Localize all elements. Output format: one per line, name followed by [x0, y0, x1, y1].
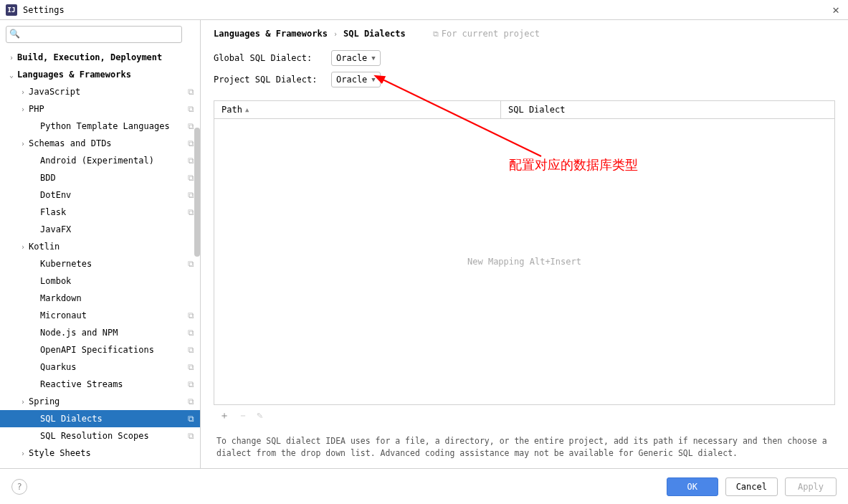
sidebar-item[interactable]: ⌄Languages & Frameworks	[0, 66, 200, 83]
copy-icon: ⧉	[188, 396, 194, 406]
copy-icon: ⧉	[188, 379, 194, 389]
column-header-dialect[interactable]: SQL Dialect	[501, 101, 834, 118]
sidebar-item-label: SQL Dialects	[40, 414, 188, 424]
empty-hint: New Mapping Alt+Insert	[467, 257, 581, 267]
project-dialect-dropdown[interactable]: Oracle ▼	[331, 72, 381, 87]
add-button[interactable]: ＋	[219, 409, 229, 422]
column-path-label: Path	[221, 105, 242, 115]
chevron-right-icon: ›	[19, 243, 27, 251]
search-input[interactable]	[6, 26, 182, 43]
chevron-down-icon: ▼	[371, 54, 375, 62]
copy-icon: ⧉	[188, 259, 194, 269]
table-empty-state[interactable]: New Mapping Alt+Insert	[214, 119, 834, 404]
sidebar-item-label: JavaScript	[29, 87, 188, 97]
copy-icon: ⧉	[188, 190, 194, 200]
copy-icon: ⧉	[433, 29, 439, 39]
sidebar-item-label: BDD	[40, 173, 188, 183]
sidebar-item[interactable]: ›Flask⧉	[0, 204, 200, 221]
sidebar-item[interactable]: ›OpenAPI Specifications⧉	[0, 341, 200, 358]
dialect-mapping-table: Path ▲ SQL Dialect New Mapping Alt+Inser…	[214, 100, 835, 405]
breadcrumb-root: Languages & Frameworks	[214, 29, 328, 39]
copy-icon: ⧉	[188, 138, 194, 148]
copy-icon: ⧉	[188, 173, 194, 183]
copy-icon: ⧉	[188, 362, 194, 372]
copy-icon: ⧉	[188, 310, 194, 320]
settings-tree[interactable]: ›Build, Execution, Deployment⌄Languages …	[0, 49, 200, 468]
sidebar-item-label: Android (Experimental)	[40, 156, 188, 166]
sidebar-item[interactable]: ›Kotlin	[0, 238, 200, 255]
sidebar-item[interactable]: ›Python Template Languages⧉	[0, 118, 200, 135]
main-panel: Languages & Frameworks › SQL Dialects ⧉ …	[201, 20, 848, 468]
close-icon[interactable]: ✕	[829, 3, 842, 16]
cancel-button[interactable]: Cancel	[725, 477, 778, 496]
sidebar: 🔍 ›Build, Execution, Deployment⌄Language…	[0, 20, 201, 468]
project-dialect-label: Project SQL Dialect:	[214, 75, 323, 85]
sidebar-item-label: Schemas and DTDs	[29, 138, 188, 148]
global-dialect-value: Oracle	[336, 53, 367, 63]
sidebar-item[interactable]: ›Kubernetes⧉	[0, 255, 200, 272]
table-toolbar: ＋ － ✎	[214, 405, 835, 427]
sidebar-item-label: JavaFX	[40, 224, 194, 234]
chevron-right-icon: ›	[19, 105, 27, 113]
ok-button[interactable]: OK	[667, 477, 718, 496]
sidebar-item[interactable]: ›Build, Execution, Deployment	[0, 49, 200, 66]
sidebar-item[interactable]: ›SQL Resolution Scopes⧉	[0, 427, 200, 444]
copy-icon: ⧉	[188, 104, 194, 114]
sidebar-item[interactable]: ›Spring⧉	[0, 393, 200, 410]
sidebar-item-label: Kubernetes	[40, 259, 188, 269]
sidebar-item[interactable]: ›Quarkus⧉	[0, 358, 200, 376]
sidebar-item[interactable]: ›Reactive Streams⧉	[0, 376, 200, 393]
project-scope-hint: ⧉ For current project	[433, 29, 540, 39]
sidebar-item-label: PHP	[29, 104, 188, 114]
copy-icon: ⧉	[188, 207, 194, 217]
copy-icon: ⧉	[188, 414, 194, 424]
sidebar-item-label: Kotlin	[29, 242, 194, 252]
sidebar-item-label: Markdown	[40, 293, 194, 303]
sidebar-item-label: Flask	[40, 207, 188, 217]
sidebar-item[interactable]: ›BDD⧉	[0, 169, 200, 186]
sidebar-item[interactable]: ›DotEnv⧉	[0, 186, 200, 204]
sidebar-item-label: DotEnv	[40, 190, 188, 200]
sidebar-item[interactable]: ›JavaFX	[0, 221, 200, 238]
sidebar-item[interactable]: ›PHP⧉	[0, 100, 200, 118]
help-button[interactable]: ?	[11, 479, 27, 495]
breadcrumb-leaf: SQL Dialects	[343, 29, 406, 39]
chevron-down-icon: ⌄	[7, 71, 16, 79]
sidebar-item-label: Node.js and NPM	[40, 328, 188, 338]
remove-button[interactable]: －	[238, 409, 248, 422]
global-dialect-dropdown[interactable]: Oracle ▼	[331, 50, 381, 66]
column-header-path[interactable]: Path ▲	[214, 101, 501, 118]
sidebar-item[interactable]: ›SQL Dialects⧉	[0, 410, 200, 427]
dialog-footer: ? OK Cancel Apply	[0, 468, 848, 504]
chevron-right-icon: ›	[19, 450, 27, 457]
sidebar-item[interactable]: ›Lombok	[0, 272, 200, 290]
chevron-right-icon: ›	[7, 54, 16, 62]
sidebar-item-label: SQL Resolution Scopes	[40, 431, 188, 441]
sidebar-item-label: Python Template Languages	[40, 121, 188, 131]
chevron-right-icon: ›	[19, 140, 27, 148]
sidebar-item-label: Quarkus	[40, 362, 188, 372]
sidebar-item[interactable]: ›Markdown	[0, 290, 200, 307]
copy-icon: ⧉	[188, 87, 194, 97]
sidebar-item[interactable]: ›Schemas and DTDs⧉	[0, 135, 200, 152]
breadcrumb: Languages & Frameworks › SQL Dialects ⧉ …	[214, 29, 835, 39]
app-icon: IJ	[6, 4, 17, 16]
window-title: Settings	[23, 5, 829, 15]
sidebar-item[interactable]: ›Android (Experimental)⧉	[0, 152, 200, 169]
apply-button[interactable]: Apply	[785, 477, 837, 496]
sidebar-item[interactable]: ›Micronaut⧉	[0, 307, 200, 324]
copy-icon: ⧉	[188, 156, 194, 166]
copy-icon: ⧉	[188, 431, 194, 441]
global-dialect-label: Global SQL Dialect:	[214, 53, 323, 63]
sidebar-item[interactable]: ›JavaScript⧉	[0, 83, 200, 100]
sidebar-item[interactable]: ›Style Sheets	[0, 444, 200, 462]
sidebar-item[interactable]: ›Node.js and NPM⧉	[0, 324, 200, 341]
copy-icon: ⧉	[188, 345, 194, 355]
sidebar-item-label: Micronaut	[40, 310, 188, 320]
edit-button[interactable]: ✎	[257, 409, 262, 422]
chevron-down-icon: ▼	[371, 76, 375, 83]
sidebar-item-label: Languages & Frameworks	[17, 70, 194, 80]
titlebar: IJ Settings ✕	[0, 0, 848, 20]
sidebar-item-label: Reactive Streams	[40, 379, 188, 389]
sidebar-item-label: Build, Execution, Deployment	[17, 52, 194, 62]
